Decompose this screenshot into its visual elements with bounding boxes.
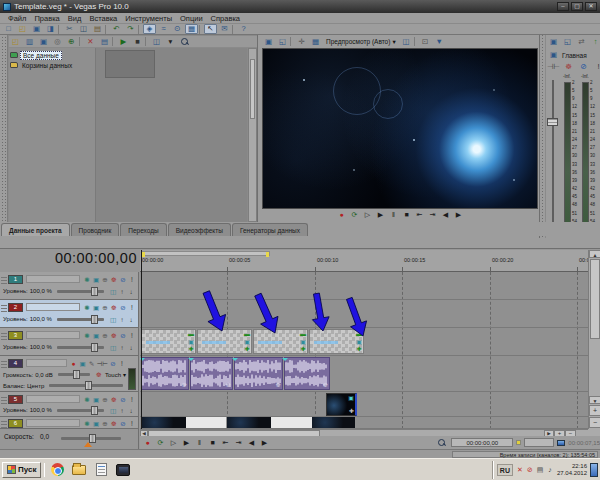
timecode-display[interactable]: 00:00:00,00	[0, 250, 137, 274]
loop-playback-button[interactable]: ⟳	[350, 211, 359, 219]
tree-item[interactable]: Корзины данных	[10, 60, 94, 70]
track-fx-icon[interactable]: ▣	[92, 275, 100, 284]
solo-icon[interactable]: !	[118, 359, 126, 368]
filmstrip-segment[interactable]	[312, 417, 355, 428]
loop-end-marker[interactable]	[266, 252, 269, 257]
bus-plugin-icon[interactable]: ⊣⊢	[547, 62, 560, 72]
composite-child-icon[interactable]: ◫	[109, 406, 117, 415]
track-motion-icon[interactable]: ✺	[83, 419, 91, 428]
solo-icon[interactable]: !	[128, 303, 136, 312]
loop-region-bar[interactable]	[141, 251, 270, 256]
menu-item[interactable]: Вставка	[85, 14, 121, 23]
menu-item[interactable]: Правка	[30, 14, 63, 23]
filmstrip-segment[interactable]	[227, 417, 271, 428]
track-fx-icon[interactable]: ▣	[92, 331, 100, 340]
text-media-event[interactable]: ▬ ▣ ✚	[197, 329, 252, 354]
master-fader-handle[interactable]	[547, 118, 558, 126]
track-header-6[interactable]: 6 ✺▣⊕☸⊘!	[0, 417, 139, 429]
compositing-mode-icon[interactable]: ☸	[110, 303, 118, 312]
fade-handle[interactable]	[232, 358, 238, 361]
play-button[interactable]: ▶	[376, 211, 385, 219]
filmstrip-segment[interactable]	[271, 417, 312, 428]
track-motion-icon[interactable]: ✺	[83, 303, 91, 312]
next-frame-button[interactable]: ▶	[260, 439, 269, 447]
automation-settings-icon[interactable]: ⊕	[101, 303, 109, 312]
minimize-button[interactable]: –	[557, 2, 569, 11]
quick-launch-button[interactable]	[92, 462, 110, 478]
filmstrip-segment[interactable]	[186, 417, 226, 428]
preview-quality-dropdown[interactable]: Предпросмотр (Авто) ▾	[323, 38, 399, 46]
automation-gear-icon[interactable]: ☸	[95, 370, 103, 379]
track-lane-4-audio[interactable]: ☸ ☸ ☸ ☸	[140, 356, 588, 392]
quick-launch-button[interactable]	[70, 462, 88, 478]
automation-settings-icon[interactable]: ⊕	[101, 331, 109, 340]
record-button[interactable]: ●	[337, 211, 346, 219]
track-drag-handle[interactable]	[1, 359, 7, 368]
composite-child-icon[interactable]: ◫	[109, 343, 117, 352]
menu-item[interactable]: Опции	[176, 14, 207, 23]
audio-event[interactable]: ☸	[234, 357, 283, 390]
scrollbar-thumb[interactable]	[590, 259, 600, 339]
scrollbar-thumb[interactable]	[250, 59, 255, 119]
tree-item[interactable]: Все данные	[10, 50, 94, 60]
scroll-down-button[interactable]: ▼	[589, 396, 600, 404]
zoom-in-vertical-button[interactable]: +	[589, 405, 600, 416]
panel-tab[interactable]: Видеоэффекты	[168, 223, 231, 236]
volume-slider[interactable]	[58, 373, 90, 376]
tray-volume-icon[interactable]: ♪	[546, 466, 554, 473]
expand-track-icon[interactable]: ↓	[127, 406, 135, 415]
next-frame-button[interactable]: ▶	[454, 211, 463, 219]
media-item[interactable]: ♪	[104, 50, 156, 94]
start-button[interactable]: Пуск	[2, 462, 41, 478]
mute-icon[interactable]: ⊘	[119, 331, 127, 340]
panel-tab[interactable]: Проводник	[71, 223, 120, 236]
video-event[interactable]: ▣ ✚	[326, 393, 357, 416]
audio-event[interactable]: ☸	[141, 357, 189, 390]
track-name-input[interactable]	[26, 395, 80, 403]
slider-handle[interactable]	[91, 287, 98, 296]
selection-time-field[interactable]	[524, 438, 554, 447]
automation-settings-icon[interactable]: ⊕	[101, 419, 109, 428]
text-media-event[interactable]: ▬ ▣ ✚	[141, 329, 196, 354]
show-desktop-button[interactable]	[590, 463, 598, 477]
mute-icon[interactable]: ⊘	[119, 419, 127, 428]
scrub-control[interactable]: Скорость: 0,0	[0, 429, 139, 449]
parent-track-icon[interactable]: ↑	[118, 315, 126, 324]
bus-fx-icon[interactable]: ☸	[562, 62, 575, 72]
pan-slider[interactable]	[49, 384, 123, 387]
stop-button[interactable]: ■	[402, 211, 411, 219]
track-drag-handle[interactable]	[1, 275, 7, 284]
event-pan-crop-icon[interactable]: ✚	[244, 346, 249, 352]
track-name-input[interactable]	[26, 419, 80, 427]
pause-button[interactable]: ‖	[389, 211, 398, 219]
track-fx-icon[interactable]: ▣	[92, 419, 100, 428]
level-slider[interactable]	[57, 318, 104, 321]
track-name-input[interactable]	[26, 303, 80, 311]
filmstrip-segment[interactable]	[141, 417, 186, 428]
previous-frame-button[interactable]: ◀	[441, 211, 450, 219]
track-name-input[interactable]	[26, 275, 80, 283]
quick-launch-button[interactable]	[48, 462, 66, 478]
event-gear-icon[interactable]: ☸	[226, 382, 231, 388]
track-header-4-audio[interactable]: 4 ●▣✎⊣⊢⊘! Громкость: 0,0 dB ☸ Touch ▾ Ба…	[0, 356, 139, 392]
solo-icon[interactable]: !	[128, 331, 136, 340]
text-media-event[interactable]: ▬ ▣ ✚	[253, 329, 308, 354]
automation-settings-icon[interactable]: ⊕	[101, 395, 109, 404]
previous-frame-button[interactable]: ◀	[247, 439, 256, 447]
record-button[interactable]: ●	[143, 439, 152, 447]
track-header-2-selected[interactable]: 2 ✺▣⊕☸⊘! Уровень: 100,0 % ◫↑↓	[0, 300, 139, 328]
media-scrollbar[interactable]	[248, 48, 257, 222]
automation-mode[interactable]: Touch	[105, 372, 121, 378]
event-pan-crop-icon[interactable]: ✚	[188, 346, 193, 352]
audio-event[interactable]: ☸	[284, 357, 330, 390]
track-lane-2[interactable]	[140, 300, 588, 328]
menu-item[interactable]: Вид	[64, 14, 86, 23]
compositing-mode-icon[interactable]: ☸	[110, 275, 118, 284]
record-arm-icon[interactable]: ●	[70, 359, 78, 368]
compositing-mode-icon[interactable]: ☸	[110, 419, 118, 428]
event-pan-crop-icon[interactable]: ✚	[349, 408, 354, 414]
fade-handle[interactable]	[188, 358, 194, 361]
mute-icon[interactable]: ⊘	[109, 359, 117, 368]
track-fx-icon[interactable]: ▣	[92, 395, 100, 404]
loop-playback-button[interactable]: ⟳	[156, 439, 165, 447]
